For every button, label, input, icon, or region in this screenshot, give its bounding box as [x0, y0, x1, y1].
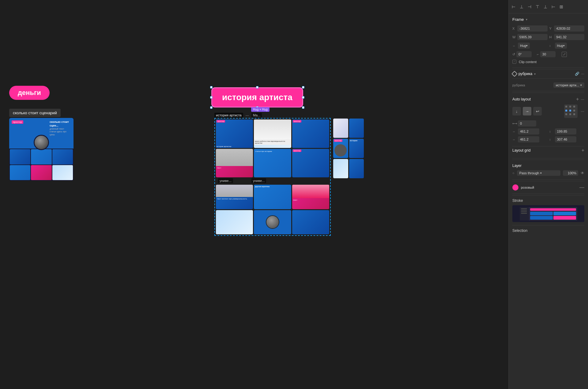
- xy-grid: X Y: [512, 25, 584, 32]
- y-prop: Y: [549, 25, 585, 32]
- y-label: Y: [549, 27, 553, 30]
- al-clipw-icon: ↔: [512, 138, 517, 141]
- labels-row: история артиста — Ма...: [214, 113, 262, 118]
- fill-swatch[interactable]: [512, 184, 518, 191]
- x-input[interactable]: [517, 25, 548, 32]
- layout-grid-add-icon[interactable]: +: [582, 148, 584, 153]
- hug-x-prop: ↔ Hug ▾: [512, 43, 548, 49]
- align-center-v-icon[interactable]: ⊥: [544, 4, 547, 9]
- al-dir-down-btn[interactable]: ↓: [512, 107, 521, 115]
- more-icon[interactable]: ···: [581, 72, 584, 76]
- component-val-select[interactable]: история арти... ▾: [553, 82, 584, 88]
- al-more-icon[interactable]: ···: [581, 97, 584, 102]
- align-top-icon[interactable]: ⊤: [536, 4, 539, 9]
- al-cliph-prop: ↕: [549, 136, 585, 142]
- rotation-icon: ↺: [512, 52, 515, 56]
- al-dir-wrap-btn[interactable]: ↩: [533, 107, 542, 115]
- al-opts-icon[interactable]: ···: [581, 109, 584, 114]
- pink-button-element[interactable]: деньги: [9, 86, 50, 100]
- w-input[interactable]: [517, 34, 548, 40]
- al-h-input[interactable]: [555, 128, 576, 134]
- dark-label-element: сколько стоит сценарий: [9, 109, 61, 117]
- layer-mode-chevron-icon: ▾: [540, 172, 542, 175]
- selection-title: Selection: [512, 228, 584, 233]
- stroke-title: Stroke: [512, 198, 584, 203]
- al-dot-4: [565, 110, 567, 111]
- clip-checkbox[interactable]: ✓: [512, 60, 516, 64]
- hug-y-label: Hug: [557, 44, 563, 47]
- al-w-icon: ↔: [512, 130, 517, 133]
- layout-grid-title: Layout grid: [512, 148, 530, 153]
- opacity-input[interactable]: 100%: [563, 170, 578, 176]
- right-history-label: Ма...: [251, 113, 262, 118]
- fill-name: розовый: [521, 186, 577, 189]
- al-h-prop: ↕: [549, 128, 585, 134]
- al-controls: ↓ → ↩ ···: [512, 104, 584, 118]
- component-row: рубрика ▾ 🔗 ···: [512, 69, 584, 79]
- al-dot-8: [569, 113, 571, 115]
- component-chevron-icon[interactable]: ▾: [534, 72, 536, 76]
- al-w-input[interactable]: [518, 128, 539, 134]
- x-prop: X: [512, 25, 548, 32]
- layout-grid-section: Layout grid +: [512, 148, 584, 153]
- story-grid-frame[interactable]: простор история артистки мало роботи ста…: [214, 118, 331, 236]
- canvas: деньги сколько стоит сценарий простор ск…: [0, 0, 508, 389]
- y-input[interactable]: [554, 25, 584, 32]
- al-gap-input[interactable]: [518, 120, 536, 127]
- al-clip-dim-row: ↔ ↕: [512, 136, 584, 142]
- h-input[interactable]: [554, 34, 584, 40]
- al-gap-row: ⟷: [512, 120, 584, 127]
- al-cliph-input[interactable]: [555, 136, 576, 142]
- al-dir-right-btn[interactable]: →: [523, 107, 531, 115]
- al-distribution-grid[interactable]: [564, 104, 578, 118]
- align-center-h-icon[interactable]: ⊥: [520, 4, 523, 9]
- al-dot-5: [569, 110, 571, 111]
- layer-mode-select[interactable]: Pass through ▾: [517, 170, 560, 176]
- fill-section: розовый —: [512, 181, 584, 191]
- distribute-icon[interactable]: ⊞: [560, 4, 563, 9]
- layer-mode-label: Pass through: [519, 171, 539, 175]
- rotation-input[interactable]: [516, 51, 532, 57]
- al-h-icon: ↕: [549, 130, 554, 133]
- al-cliph-icon: ↕: [549, 138, 554, 141]
- al-dot-7: [565, 113, 567, 115]
- align-right-icon[interactable]: ⊣: [528, 4, 531, 9]
- rotation-prop: ↺: [512, 51, 535, 57]
- resize-icon[interactable]: ⤢: [562, 52, 567, 57]
- al-dot-1: [565, 106, 567, 108]
- align-bottom-icon[interactable]: ⊢: [552, 4, 555, 9]
- frame-chevron-icon[interactable]: ▾: [526, 18, 527, 21]
- hug-y-select[interactable]: Hug ▾: [555, 43, 567, 49]
- selection-section: Selection: [512, 225, 584, 233]
- al-title: Auto layout: [512, 97, 531, 101]
- hug-x-select[interactable]: Hug ▾: [518, 43, 530, 49]
- al-gap-icon: ⟷: [512, 122, 517, 126]
- fill-row: розовый —: [512, 184, 584, 191]
- divider-5: [512, 179, 584, 180]
- component-name: рубрика ▾: [518, 72, 573, 76]
- eye-icon[interactable]: 👁: [581, 171, 584, 175]
- frame-header: Frame ▾: [512, 17, 584, 22]
- hug-badge-label: Hug × Hug: [251, 107, 270, 112]
- al-add-icon[interactable]: +: [576, 96, 579, 102]
- divider-3: [512, 146, 584, 146]
- fill-minus-icon[interactable]: —: [579, 185, 584, 190]
- left-card-frame[interactable]: простор сколько стоит сцен... длинный те…: [9, 118, 74, 181]
- stroke-section: Stroke: [512, 195, 584, 222]
- component-val-chevron-icon: ▾: [580, 84, 582, 87]
- corner-input[interactable]: [540, 51, 556, 57]
- al-clipw-input[interactable]: [518, 136, 539, 142]
- storia-button[interactable]: история артиста: [211, 87, 303, 108]
- x-label: X: [512, 27, 516, 30]
- h-label: H: [549, 35, 553, 39]
- layer-title: Layer: [512, 164, 584, 168]
- storia-button-container[interactable]: история артиста: [211, 87, 303, 108]
- layer-row: ○ Pass through ▾ 100% 👁: [512, 170, 584, 176]
- pink-button[interactable]: деньги: [9, 86, 50, 100]
- align-left-icon[interactable]: ⊢: [512, 4, 515, 9]
- al-w-prop: ↔: [512, 128, 548, 134]
- layer-section: Layer ○ Pass through ▾ 100% 👁: [512, 160, 584, 176]
- al-section-header: Auto layout + ···: [512, 96, 584, 102]
- link-icon[interactable]: 🔗: [575, 72, 579, 76]
- hug-y-prop: ↕ Hug ▾: [549, 43, 585, 49]
